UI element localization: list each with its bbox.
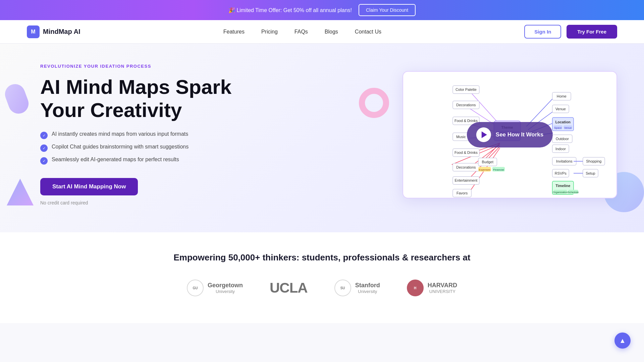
start-mapping-button[interactable]: Start AI Mind Mapping Now	[40, 178, 138, 195]
nav-faqs[interactable]: FAQs	[294, 29, 308, 35]
nav-blogs[interactable]: Blogs	[325, 29, 338, 35]
svg-text:Shopping: Shopping	[586, 159, 601, 163]
svg-text:Music: Music	[456, 134, 466, 138]
scroll-to-top-button[interactable]: ▲	[614, 333, 631, 349]
nav-features[interactable]: Features	[223, 29, 245, 35]
svg-text:Indoor: Indoor	[555, 146, 566, 150]
ucla-logo: UCLA	[270, 280, 308, 296]
svg-text:Home: Home	[557, 94, 567, 98]
svg-text:Budget: Budget	[482, 160, 493, 164]
feature-item-2: ✓ Copilot Chat guides brainstorming with…	[40, 144, 248, 152]
hero-visual: Theme Concept Style Color Palette Decora…	[402, 71, 617, 198]
deco-shape-bottom-left	[7, 179, 34, 205]
check-icon-1: ✓	[40, 132, 48, 139]
svg-text:Venue: Venue	[555, 107, 566, 111]
hero-title: AI Mind Maps Spark Your Creativity	[40, 75, 248, 122]
svg-text:Timeline: Timeline	[555, 184, 570, 188]
hero-tag: REVOLUTIONIZE YOUR IDEATION PROCESS	[40, 64, 248, 69]
check-icon-2: ✓	[40, 144, 48, 152]
nav-links: Features Pricing FAQs Blogs Contact Us	[223, 29, 381, 35]
svg-text:Food & Drinks: Food & Drinks	[454, 119, 478, 123]
svg-text:Expenses: Expenses	[479, 168, 490, 171]
play-triangle	[481, 131, 487, 138]
svg-text:Financial: Financial	[493, 168, 504, 171]
svg-text:Entertainment: Entertainment	[455, 178, 478, 182]
try-free-button[interactable]: Try For Free	[567, 25, 617, 39]
sign-in-button[interactable]: Sign In	[524, 25, 561, 39]
top-banner: 🎉 Limited Time Offer: Get 50% off all an…	[0, 0, 644, 20]
svg-text:Invitations: Invitations	[556, 159, 573, 163]
svg-text:Outdoor: Outdoor	[556, 136, 569, 140]
harvard-icon: H	[407, 280, 424, 296]
svg-text:Organization: Organization	[553, 191, 568, 194]
see-how-button[interactable]: See How It Works	[467, 122, 553, 147]
mindmap-inner: Theme Concept Style Color Palette Decora…	[403, 72, 616, 198]
svg-text:Food & Drinks: Food & Drinks	[454, 150, 478, 155]
logo-icon: M	[27, 25, 40, 38]
stanford-logo: SU Stanford University	[334, 280, 380, 296]
svg-text:Favors: Favors	[457, 191, 468, 195]
georgetown-icon: GU	[187, 280, 204, 296]
play-icon	[476, 127, 491, 142]
deco-donut	[359, 88, 389, 118]
banner-text: 🎉 Limited Time Offer: Get 50% off all an…	[228, 7, 352, 13]
svg-text:Space: Space	[554, 126, 562, 129]
ucla-text: UCLA	[270, 280, 308, 296]
harvard-logo: H HARVARD UNIVERSITY	[407, 280, 457, 296]
svg-text:Color Palette: Color Palette	[455, 87, 477, 92]
svg-text:Decorations: Decorations	[456, 165, 476, 169]
claim-discount-button[interactable]: Claim Your Discount	[359, 4, 416, 16]
see-how-label: See How It Works	[496, 131, 543, 138]
svg-text:RSVPs: RSVPs	[555, 171, 567, 175]
check-icon-3: ✓	[40, 157, 48, 165]
svg-text:Decorations: Decorations	[456, 103, 476, 107]
trusted-title: Empowering 50,000+ thinkers: students, p…	[27, 252, 617, 263]
logos-row: GU Georgetown University UCLA SU Stanfor…	[27, 280, 617, 296]
hero-content: REVOLUTIONIZE YOUR IDEATION PROCESS AI M…	[40, 64, 248, 205]
svg-text:Setup: Setup	[586, 171, 595, 175]
harvard-name: HARVARD UNIVERSITY	[428, 282, 457, 294]
nav-actions: Sign In Try For Free	[524, 25, 617, 39]
stanford-name: Stanford University	[355, 282, 380, 294]
hero-features: ✓ AI instantly creates mind maps from va…	[40, 131, 248, 165]
svg-text:Venue: Venue	[564, 126, 572, 129]
svg-text:Location: Location	[555, 120, 571, 124]
no-credit-text: No credit card required	[40, 200, 248, 205]
trusted-section: Empowering 50,000+ thinkers: students, p…	[0, 232, 644, 323]
logo[interactable]: M MindMap AI	[27, 25, 80, 38]
logo-text: MindMap AI	[43, 28, 80, 36]
georgetown-logo: GU Georgetown University	[187, 280, 243, 296]
navbar: M MindMap AI Features Pricing FAQs Blogs…	[0, 20, 644, 44]
deco-shape-left	[2, 81, 31, 116]
nav-contact[interactable]: Contact Us	[355, 29, 381, 35]
svg-text:Schedule: Schedule	[568, 191, 579, 194]
nav-pricing[interactable]: Pricing	[261, 29, 278, 35]
feature-item-1: ✓ AI instantly creates mind maps from va…	[40, 131, 248, 139]
mindmap-preview: Theme Concept Style Color Palette Decora…	[402, 71, 617, 198]
feature-item-3: ✓ Seamlessly edit AI-generated maps for …	[40, 157, 248, 165]
georgetown-name: Georgetown University	[208, 282, 243, 294]
stanford-icon: SU	[334, 280, 351, 296]
hero-section: REVOLUTIONIZE YOUR IDEATION PROCESS AI M…	[0, 44, 644, 232]
